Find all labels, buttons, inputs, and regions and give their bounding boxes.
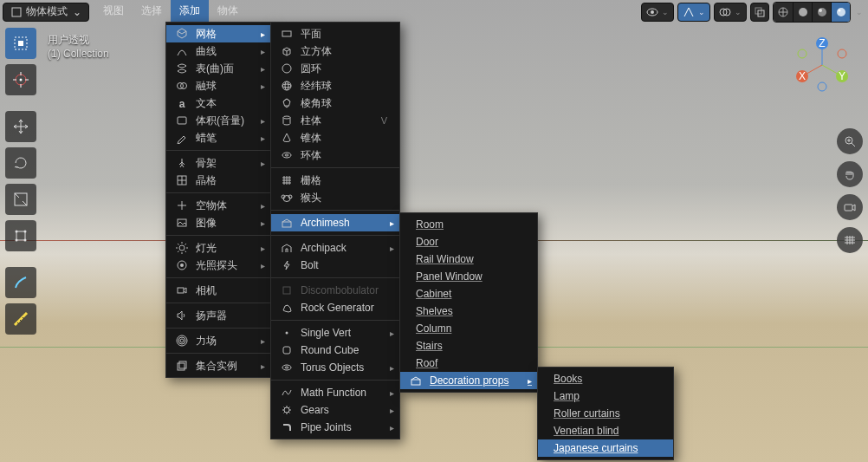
menu-item-panel-window[interactable]: Panel Window [400, 268, 537, 285]
mesh-submenu[interactable]: 平面立方体圆环经纬球棱角球柱体V锥体环体栅格猴头Archimesh▸Archip… [270, 22, 400, 439]
menu-item-rail-window[interactable]: Rail Window [400, 251, 537, 268]
shading-wireframe[interactable] [774, 3, 793, 22]
menu-item-venetian-blind[interactable]: Venetian blind [538, 422, 673, 439]
gizmo-toggle[interactable]: ⌄ [677, 3, 710, 22]
menu-item--[interactable]: 锥体 [271, 129, 399, 146]
menu-item--[interactable]: 晶格 [166, 172, 270, 189]
menu-item--[interactable]: 空物体▸ [166, 197, 270, 214]
curve-icon [173, 45, 191, 57]
add-menu[interactable]: 网格▸曲线▸表(曲)面▸融球▸a文本体积(音量)▸蜡笔▸骨架▸晶格空物体▸图像▸… [165, 22, 271, 378]
menu-item--[interactable]: 栅格 [271, 172, 399, 189]
menu-item-torus-objects[interactable]: Torus Objects▸ [271, 359, 399, 376]
menu-item-roof[interactable]: Roof [400, 355, 537, 372]
menu-item--[interactable]: 体积(音量)▸ [166, 112, 270, 129]
shading-material[interactable] [812, 3, 831, 22]
menu-选择[interactable]: 选择 [133, 0, 171, 23]
archimesh-submenu[interactable]: RoomDoorRail WindowPanel WindowCabinetSh… [399, 212, 538, 393]
menu-item--[interactable]: 表(曲)面▸ [166, 60, 270, 77]
menu-item-label: 锥体 [301, 131, 321, 146]
menu-item--[interactable]: 融球▸ [166, 77, 270, 94]
menu-item--[interactable]: a文本 [166, 94, 270, 112]
tool-move[interactable] [5, 111, 36, 142]
menu-item--[interactable]: 环体 [271, 146, 399, 164]
chevron-down-icon: ⌄ [735, 8, 742, 16]
menu-item-pipe-joints[interactable]: Pipe Joints▸ [271, 419, 399, 436]
menu-item-door[interactable]: Door [400, 233, 537, 251]
menu-item--[interactable]: 立方体 [271, 42, 399, 60]
menu-视图[interactable]: 视图 [94, 0, 133, 23]
visibility-dropdown[interactable]: ⌄ [641, 3, 674, 22]
tool-select-box[interactable] [5, 28, 36, 59]
menu-item-gears[interactable]: Gears▸ [271, 401, 399, 419]
menu-item--[interactable]: 相机 [166, 282, 270, 299]
tool-annotate[interactable] [5, 267, 36, 298]
menu-item--[interactable]: 网格▸ [166, 25, 270, 42]
tool-transform[interactable] [5, 220, 36, 251]
menu-物体[interactable]: 物体 [209, 0, 247, 23]
mode-selector[interactable]: 物体模式 ⌄ [3, 3, 89, 22]
decoration-props-submenu[interactable]: BooksLampRoller curtainsVenetian blindJa… [537, 367, 674, 460]
menu-item--[interactable]: 力场▸ [166, 332, 270, 349]
svg-point-59 [285, 154, 288, 156]
menu-item--[interactable]: 骨架▸ [166, 154, 270, 172]
submenu-arrow-icon: ▸ [261, 244, 265, 253]
menu-item--[interactable]: 扬声器 [166, 307, 270, 324]
menu-item-room[interactable]: Room [400, 216, 537, 233]
menu-item--[interactable]: 经纬球 [271, 77, 399, 94]
pan-control[interactable] [837, 161, 863, 187]
menu-item-label: Pipe Joints [301, 421, 352, 433]
menu-item-cabinet[interactable]: Cabinet [400, 285, 537, 303]
menu-item--[interactable]: 蜡笔▸ [166, 129, 270, 146]
menu-item--[interactable]: 柱体V [271, 112, 399, 129]
svg-point-11 [837, 8, 845, 16]
svg-rect-40 [178, 117, 186, 124]
menu-item-decoration-props[interactable]: Decoration props▸ [400, 372, 537, 389]
menu-item-label: 集合实例 [196, 359, 237, 374]
menu-item-books[interactable]: Books [538, 370, 673, 387]
menu-item-stairs[interactable]: Stairs [400, 337, 537, 355]
menu-item-column[interactable]: Column [400, 320, 537, 337]
menu-item-label: Roof [416, 357, 437, 369]
menu-item--[interactable]: 平面 [271, 25, 399, 42]
menu-item-japanese-curtains[interactable]: Japanese curtains [538, 439, 673, 457]
menu-item-single-vert[interactable]: Single Vert▸ [271, 324, 399, 342]
tool-scale[interactable] [5, 184, 36, 215]
menu-item-round-cube[interactable]: Round Cube [271, 342, 399, 359]
shading-rendered[interactable] [831, 3, 850, 22]
menu-item--[interactable]: 圆环 [271, 60, 399, 77]
menu-item-label: Panel Window [416, 270, 483, 283]
shading-solid[interactable] [793, 3, 812, 22]
menu-item-math-function[interactable]: Math Function▸ [271, 384, 399, 401]
nav-gizmo[interactable]: X Y Z [792, 35, 852, 95]
tool-cursor[interactable] [5, 64, 36, 95]
tool-rotate[interactable] [5, 147, 36, 179]
menu-item-bolt[interactable]: Bolt [271, 257, 399, 274]
menu-添加[interactable]: 添加 [171, 0, 209, 23]
menu-item--[interactable]: 光照探头▸ [166, 257, 270, 274]
xray-toggle[interactable] [750, 3, 769, 22]
menu-item--[interactable]: 集合实例▸ [166, 357, 270, 374]
menu-item--[interactable]: 猴头 [271, 189, 399, 206]
menu-item-archimesh[interactable]: Archimesh▸ [271, 214, 399, 231]
tool-measure[interactable] [5, 303, 36, 335]
menu-item--[interactable]: 图像▸ [166, 214, 270, 231]
submenu-arrow-icon: ▸ [528, 376, 532, 386]
menu-item-lamp[interactable]: Lamp [538, 387, 673, 405]
menu-item-shelves[interactable]: Shelves [400, 303, 537, 320]
overlay-toggle[interactable]: ⌄ [714, 3, 747, 22]
menu-item-rock-generator[interactable]: Rock Generator [271, 299, 399, 316]
gp-icon [173, 132, 191, 144]
menu-item--[interactable]: 灯光▸ [166, 239, 270, 257]
svg-point-9 [818, 8, 826, 16]
menu-item-roller-curtains[interactable]: Roller curtains [538, 405, 673, 422]
submenu-arrow-icon: ▸ [261, 81, 265, 91]
chevron-down-icon: ⌄ [856, 8, 863, 16]
menu-item--[interactable]: 棱角球 [271, 94, 399, 112]
perspective-control[interactable] [837, 227, 863, 253]
menu-item-archipack[interactable]: Archipack▸ [271, 239, 399, 257]
menu-item-label: 力场 [196, 334, 217, 348]
camera-view-control[interactable] [837, 194, 863, 220]
material-icon [816, 6, 828, 18]
zoom-control[interactable] [837, 128, 863, 154]
menu-item--[interactable]: 曲线▸ [166, 42, 270, 60]
